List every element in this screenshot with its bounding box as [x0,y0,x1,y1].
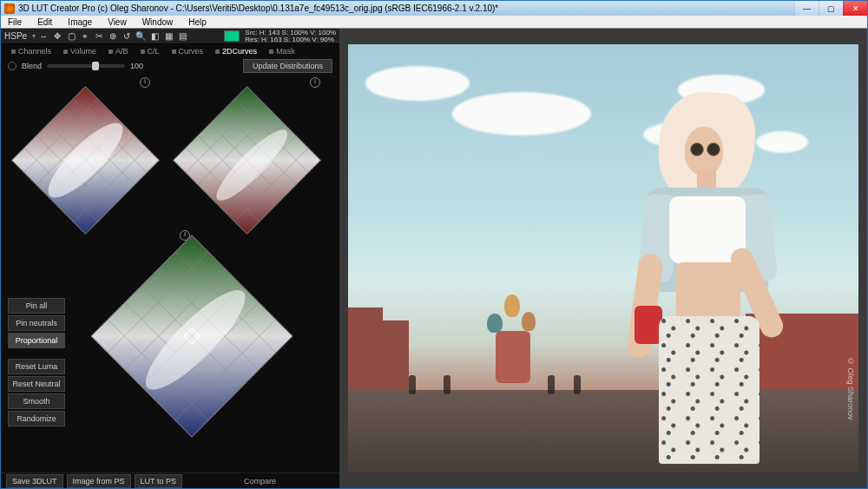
update-distributions-button[interactable]: Update Distributions [243,59,332,73]
tool-add[interactable]: ⊕ [107,30,119,43]
grid-red-blue[interactable] [10,84,161,236]
image-from-ps-button[interactable]: Image from PS [67,474,131,488]
blend-row: Blend 100 Update Distributions [1,58,339,74]
menu-edit[interactable]: Edit [34,17,56,27]
randomize-button[interactable]: Randomize [8,411,65,426]
side-buttons: Pin all Pin neutrals Proportional Reset … [8,298,65,426]
lut-to-ps-button[interactable]: LUT to PS [135,474,182,488]
menu-image[interactable]: Image [64,17,95,27]
tool-split[interactable]: ◧ [148,30,161,43]
menu-file[interactable]: File [4,17,25,27]
left-panel: HSPe ▾ ↔ ✥ ▢ ⌖ ✂ ⊕ ↺ 🔍 ◧ ▦ ▤ Src: H: 143… [1,29,339,488]
tool-pan[interactable]: ✥ [51,30,63,43]
menubar: File Edit Image View Window Help [1,16,867,29]
proportional-button[interactable]: Proportional [8,333,65,348]
color-mode[interactable]: HSPe [4,31,27,41]
minimize-button[interactable]: — [794,1,819,16]
tool-grid[interactable]: ▦ [162,30,174,43]
grid-green-blue[interactable] [88,232,296,440]
workspace: HSPe ▾ ↔ ✥ ▢ ⌖ ✂ ⊕ ↺ 🔍 ◧ ▦ ▤ Src: H: 143… [1,29,867,488]
blend-value: 100 [130,62,143,70]
tool-move[interactable]: ↔ [37,30,49,43]
panel-tabs: Channels Volume A/B C/L Curves 2DCurves … [1,44,339,58]
reset-luma-button[interactable]: Reset Luma [8,359,65,374]
tab-volume[interactable]: Volume [58,46,102,56]
menu-window[interactable]: Window [139,17,177,27]
preview-image: © Oleg Sharonov [348,44,858,472]
blend-label: Blend [22,62,42,70]
tool-list[interactable]: ▤ [176,30,188,43]
close-button[interactable]: ✕ [843,1,867,16]
pin-all-button[interactable]: Pin all [8,298,65,314]
save-3dlut-button[interactable]: Save 3DLUT [6,474,63,488]
menu-help[interactable]: Help [185,17,210,27]
tab-channels[interactable]: Channels [6,46,56,56]
tool-target[interactable]: ⌖ [79,30,91,43]
titlebar[interactable]: 3D LUT Creator Pro (c) Oleg Sharonov - C… [1,1,867,16]
maximize-button[interactable]: ▢ [819,1,843,16]
color-readout: Src: H: 143 S: 100% V: 100% Res: H: 163 … [245,30,336,43]
dropdown-icon[interactable]: ▾ [32,32,36,40]
tab-mask[interactable]: Mask [264,46,300,56]
preview-pane[interactable]: © Oleg Sharonov [339,29,867,488]
bottom-bar: Save 3DLUT Image from PS LUT to PS Compa… [1,472,339,488]
tool-cut[interactable]: ✂ [93,30,105,43]
tool-zoom[interactable]: 🔍 [135,30,147,43]
menu-view[interactable]: View [104,17,130,27]
app-window: 3D LUT Creator Pro (c) Oleg Sharonov - C… [0,0,868,489]
pin-neutrals-button[interactable]: Pin neutrals [8,315,65,331]
grid-green-red[interactable] [171,84,323,236]
reset-neutral-button[interactable]: Reset Neutral [8,376,65,392]
tab-2dcurves[interactable]: 2DCurves [210,46,262,56]
tab-cl[interactable]: C/L [135,46,165,56]
toolbar: HSPe ▾ ↔ ✥ ▢ ⌖ ✂ ⊕ ↺ 🔍 ◧ ▦ ▤ Src: H: 143… [1,29,339,44]
tool-reset[interactable]: ↺ [121,30,133,43]
tool-rect[interactable]: ▢ [65,30,77,43]
app-icon [4,3,15,14]
color-swatch[interactable] [224,30,240,42]
blend-slider[interactable] [47,64,125,68]
grids-area: Pin all Pin neutrals Proportional Reset … [1,74,339,472]
smooth-button[interactable]: Smooth [8,393,65,409]
tab-curves[interactable]: Curves [167,46,209,56]
image-credit: © Oleg Sharonov [846,357,855,420]
tab-ab[interactable]: A/B [103,46,134,56]
blend-toggle[interactable] [8,62,16,70]
compare-button[interactable]: Compare [244,477,276,486]
window-title: 3D LUT Creator Pro (c) Oleg Sharonov - C… [18,3,794,13]
